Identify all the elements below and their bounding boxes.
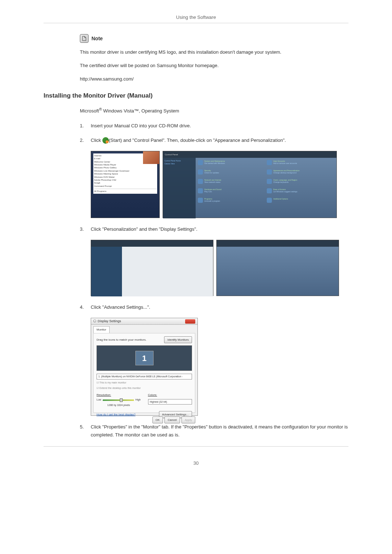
step-1-text: Insert your Manual CD into your CD-ROM d… — [91, 122, 348, 130]
header-divider — [44, 23, 348, 23]
close-icon — [185, 319, 195, 324]
step-2-text-b: (Start) and "Control Panel". Then, doubl… — [109, 138, 286, 143]
content-block: Microsoft® Windows Vista™, Operating Sys… — [80, 106, 348, 439]
section-title: Installing the Monitor Driver (Manual) — [44, 92, 348, 99]
ss1-item: Command Prompt — [94, 185, 156, 188]
ss5-res-value: 1280 by 1024 pixels — [97, 403, 141, 407]
ss5-monitor-icon: 1 — [135, 351, 154, 365]
ss2-cat-title: Additional Options — [273, 198, 288, 200]
ss1-item: Windows DVD Maker — [94, 176, 156, 178]
ss2-cat: ProgramsUninstall a program — [198, 198, 265, 203]
ss2-sidebar-item: Classic View — [164, 162, 194, 165]
ss3-header — [91, 240, 213, 247]
ss2-cat-sub: Check for updates — [204, 172, 219, 174]
step-4-number: 4. — [80, 303, 91, 311]
subtitle-reg: ® — [99, 107, 102, 111]
ss5-ok-button: OK — [152, 416, 163, 424]
step-1: 1. Insert your Manual CD into your CD-RO… — [80, 122, 348, 130]
step-3-text: Click "Personalization" and then "Displa… — [91, 225, 348, 233]
ss1-item: Windows Meeting Space — [94, 172, 156, 175]
ss2-main: System and MaintenanceGet started with W… — [196, 158, 336, 218]
ss5-titlebar: 🖵 Display Settings — [91, 318, 197, 325]
ss5-title: Display Settings — [98, 319, 185, 324]
step-2-number: 2. — [80, 136, 91, 144]
start-orb-icon — [102, 137, 109, 144]
ss2-cat-sub: Uninstall a program — [204, 200, 220, 202]
ss2-cat-title: System and Maintenance — [204, 160, 225, 162]
step-5-number: 5. — [80, 423, 91, 439]
ss2-cat: Ease of AccessLet Windows suggest settin… — [267, 188, 334, 193]
ss5-colors-dropdown: Highest (32 bit) — [148, 399, 192, 405]
step-5-text: Click "Properties" in the "Monitor" tab.… — [91, 423, 348, 439]
ss2-sidebar-item: Control Panel Home — [164, 159, 194, 163]
ss5-colors-label: Colors: — [148, 393, 192, 398]
ss2-cat-icon — [267, 160, 272, 165]
ss5-check2-label: Extend the desktop onto this monitor — [99, 387, 141, 389]
screenshot-control-panel: Control Panel Control Panel Home Classic… — [163, 151, 337, 218]
ss2-cat: Appearance and PersonalizationChange des… — [267, 169, 334, 175]
note-section: Note This monitor driver is under certif… — [80, 34, 348, 83]
ss2-cat-sub: Let Windows suggest settings — [273, 190, 297, 193]
ss2-cat: User AccountsAdd or remove user accounts — [267, 160, 334, 165]
ss5-colors-col: Colors: Highest (32 bit) — [148, 393, 192, 407]
step-4-text: Click "Advanced Settings...". — [91, 303, 348, 311]
ss2-cat-title: Clock, Language, and Region — [273, 179, 297, 181]
ss2-cat: System and MaintenanceGet started with W… — [198, 160, 265, 165]
screenshot-personalization-1 — [91, 240, 213, 296]
screenshot-personalization-2 — [216, 240, 339, 296]
ss2-cat: Hardware and SoundPlay CDs — [198, 188, 265, 193]
ss2-cat-icon — [198, 198, 203, 203]
ss2-cat-icon — [267, 179, 272, 184]
ss5-resolution-label: Resolution: — [97, 393, 141, 398]
ss5-slider-track — [103, 399, 134, 401]
ss2-sidebar: Control Panel Home Classic View — [163, 158, 196, 218]
ss2-cat-icon — [267, 198, 272, 203]
step-3-number: 3. — [80, 225, 91, 233]
screenshot-row-2 — [91, 240, 348, 296]
ss5-help-link: How do I get the best display? — [97, 412, 135, 417]
step-4: 4. Click "Advanced Settings...". — [80, 303, 348, 311]
note-icon — [80, 34, 89, 43]
ss2-cat-sub: Add or remove user accounts — [273, 162, 297, 164]
ss2-cat-sub: Change keyboards — [273, 181, 297, 183]
ss2-cat-sub: Get started with Windows — [204, 162, 225, 164]
note-url: http://www.samsung.com/ — [80, 75, 348, 83]
ss2-cat-icon — [198, 160, 203, 165]
ss2-cat-title: Network and Internet — [204, 179, 221, 181]
screenshot-display-settings: 🖵 Display Settings Monitor Drag the icon… — [91, 318, 198, 416]
screenshot-start-menu: Internet E-mail Welcome Center Windows M… — [91, 151, 160, 218]
ss1-item: Windows Media Player — [94, 163, 156, 166]
ss5-res-high: High — [135, 398, 140, 402]
ss2-cat-sub: View network status — [204, 181, 221, 183]
ss4-header — [217, 240, 339, 247]
ss2-cat-title: Appearance and Personalization — [273, 169, 299, 172]
ss2-cat-sub: Play CDs — [204, 190, 221, 193]
note-text-1: This monitor driver is under certifying … — [80, 48, 348, 56]
ss1-item: E-mail — [94, 157, 156, 160]
ss5-sliders: Resolution: Low High 1280 by 1024 pixels… — [97, 393, 192, 407]
ss5-tab: Monitor — [93, 326, 110, 333]
ss2-cat: Additional Options — [267, 198, 334, 203]
note-label: Note — [91, 36, 103, 41]
ss5-slider-thumb — [120, 398, 123, 402]
ss1-item: Internet — [94, 154, 156, 157]
ss5-drag-text: Drag the icons to match your monitors. — [97, 337, 146, 342]
ss5-body: Drag the icons to match your monitors. I… — [93, 333, 195, 413]
page-header-title: Using the Software — [44, 15, 348, 20]
ss5-drag-row: Drag the icons to match your monitors. I… — [97, 336, 192, 344]
ss2-cat-title: Hardware and Sound — [204, 188, 221, 190]
ss2-cat-icon — [267, 169, 272, 175]
subtitle-tm: ™ — [134, 108, 139, 114]
ss2-cat-icon — [267, 188, 272, 193]
ss5-checkbox-1: ☑ This is my main monitor — [97, 381, 192, 385]
os-subtitle: Microsoft® Windows Vista™, Operating Sys… — [80, 106, 348, 115]
ss5-identify-button: Identify Monitors — [164, 336, 192, 344]
ss2-cat-icon — [198, 169, 203, 175]
ss5-apply-button: Apply — [181, 416, 195, 424]
footer-divider: 30 — [44, 446, 348, 466]
screenshot-row-1: Internet E-mail Welcome Center Windows M… — [91, 151, 348, 218]
ss5-checkbox-2: ☑ Extend the desktop onto this monitor — [97, 386, 192, 390]
ss2-cat: Clock, Language, and RegionChange keyboa… — [267, 179, 334, 184]
ss1-item: Windows Live Messenger Download — [94, 169, 156, 172]
note-header: Note — [80, 34, 348, 43]
